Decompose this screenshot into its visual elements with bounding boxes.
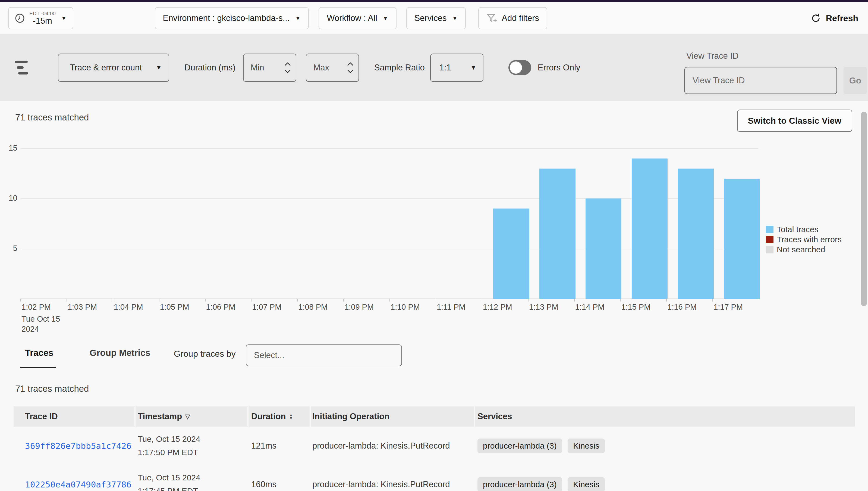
add-filters-button[interactable]: Add filters [478, 7, 547, 29]
x-tick-label: 1:14 PM [574, 302, 620, 334]
legend-swatch-blue [766, 226, 774, 233]
x-tick-label: 1:05 PM [159, 302, 205, 334]
trace-count-bar-chart [20, 148, 758, 299]
stepper-icon[interactable] [284, 62, 291, 73]
service-badge[interactable]: Kinesis [568, 477, 605, 491]
table-row: 102250e4a07490af37786 Tue, Oct 15 2024 1… [13, 465, 856, 491]
chart-bar[interactable] [586, 199, 622, 299]
chart-bar[interactable] [678, 169, 714, 299]
column-header-trace-id[interactable]: Trace ID [13, 406, 134, 427]
sort-descending-icon: ▽ [185, 413, 190, 420]
duration-max-input[interactable]: Max [306, 54, 359, 82]
legend-item-total-traces: Total traces [766, 225, 842, 234]
sample-ratio-label: Sample Ratio [374, 63, 425, 73]
time-range-button[interactable]: EDT -04:00 -15m ▼ [8, 7, 73, 29]
switch-to-classic-view-button[interactable]: Switch to Classic View [737, 110, 852, 132]
trace-id-link[interactable]: 369ff826e7bbb5a1c7426 [25, 441, 131, 451]
trace-id-link[interactable]: 102250e4a07490af37786 [25, 480, 131, 489]
chart-bars [20, 148, 758, 299]
chart-legend: Total traces Traces with errors Not sear… [766, 225, 842, 255]
top-bar: EDT -04:00 -15m ▼ Environment : gkcisco-… [0, 0, 868, 34]
top-accent-border [0, 0, 868, 2]
service-badge[interactable]: producer-lambda (3) [477, 477, 562, 491]
sort-both-icon: ▲▼ [289, 413, 293, 420]
x-tick-label: 1:02 PM [22, 302, 51, 311]
chart-bar[interactable] [539, 169, 576, 299]
chevron-down-icon: ▼ [156, 64, 162, 71]
y-axis-tick-10: 10 [2, 194, 18, 203]
x-tick-label: 1:13 PM [528, 302, 574, 334]
timezone-label: EDT -04:00 [29, 11, 56, 17]
duration-cell: 160ms [248, 480, 310, 489]
legend-swatch-gray [766, 246, 774, 253]
chart-bar[interactable] [724, 179, 760, 299]
service-badge[interactable]: Kinesis [568, 438, 605, 453]
services-filter-button[interactable]: Services ▼ [406, 7, 466, 29]
max-placeholder: Max [313, 63, 330, 73]
chevron-down-icon: ▼ [295, 15, 301, 22]
traces-table: Trace ID Timestamp ▽ Duration ▲▼ Initiat… [13, 406, 856, 491]
vertical-scrollbar[interactable] [861, 112, 867, 306]
y-axis-tick-5: 5 [2, 244, 18, 253]
go-button[interactable]: Go [843, 67, 867, 94]
group-traces-by-label: Group traces by [174, 349, 236, 359]
duration-min-input[interactable]: Min [243, 54, 296, 82]
clock-icon [15, 13, 25, 23]
legend-item-not-searched: Not searched [766, 245, 842, 254]
x-tick-label: 1:10 PM [390, 302, 436, 334]
chevron-down-icon: ▼ [452, 15, 458, 22]
x-axis-labels: 1:02 PM Tue Oct 15 2024 1:03 PM 1:04 PM … [20, 302, 758, 334]
services-cell: producer-lambda (3) Kinesis [475, 438, 855, 453]
refresh-button[interactable]: Refresh [811, 13, 858, 23]
main-content: 71 traces matched Switch to Classic View… [0, 101, 868, 491]
view-trace-id-input[interactable] [684, 67, 837, 94]
service-badge[interactable]: producer-lambda (3) [477, 438, 562, 453]
chart-bar[interactable] [632, 158, 668, 299]
time-range-value: -15m [29, 16, 56, 26]
errors-only-label: Errors Only [538, 63, 580, 73]
metric-type-dropdown[interactable]: Trace & error count ▼ [58, 54, 169, 82]
tab-traces[interactable]: Traces [25, 348, 54, 358]
x-tick-label: 1:06 PM [205, 302, 251, 334]
chevron-down-icon: ▼ [383, 15, 389, 22]
x-tick-label: 1:12 PM [482, 302, 528, 334]
column-header-timestamp[interactable]: Timestamp ▽ [135, 406, 247, 427]
column-header-initiating-operation[interactable]: Initiating Operation [311, 406, 474, 427]
tab-group-metrics[interactable]: Group Metrics [90, 348, 151, 358]
duration-label: Duration (ms) [184, 63, 236, 73]
filter-bar: Trace & error count ▼ Duration (ms) Min … [0, 34, 868, 101]
x-axis-date-line2: 2024 [22, 324, 66, 334]
initiating-operation-cell: producer-lambda: Kinesis.PutRecord [311, 441, 474, 451]
chevron-down-icon: ▼ [61, 15, 67, 22]
x-tick-label: 1:04 PM [113, 302, 159, 334]
trace-waterfall-icon [15, 61, 29, 75]
traces-matched-count: 71 traces matched [15, 112, 89, 123]
select-placeholder: Select... [254, 350, 284, 360]
refresh-label: Refresh [826, 13, 858, 23]
xray-traces-screen: EDT -04:00 -15m ▼ Environment : gkcisco-… [0, 0, 868, 491]
funnel-plus-icon [487, 13, 497, 23]
metric-type-value: Trace & error count [70, 63, 142, 73]
group-traces-by-select[interactable]: Select... [246, 344, 402, 366]
timestamp-cell: Tue, Oct 15 2024 1:17:45 PM EDT [135, 471, 247, 491]
errors-only-toggle[interactable] [508, 60, 531, 75]
x-tick-label: 1:15 PM [620, 302, 666, 334]
column-header-services[interactable]: Services [475, 406, 855, 427]
x-tick-label: 1:09 PM [343, 302, 390, 334]
active-tab-underline [20, 367, 56, 368]
x-tick-label: 1:03 PM [66, 302, 113, 334]
legend-label: Not searched [777, 245, 825, 254]
workflow-filter-button[interactable]: Workflow : All ▼ [318, 7, 396, 29]
min-placeholder: Min [251, 63, 264, 73]
chevron-down-icon: ▼ [471, 64, 476, 71]
sample-ratio-dropdown[interactable]: 1:1 ▼ [430, 54, 484, 82]
traces-matched-count-table: 71 traces matched [15, 384, 89, 394]
column-header-duration[interactable]: Duration ▲▼ [248, 406, 310, 427]
table-row: 369ff826e7bbb5a1c7426 Tue, Oct 15 2024 1… [13, 427, 856, 465]
environment-filter-button[interactable]: Environment : gkcisco-lambda-s... ▼ [155, 7, 309, 29]
chart-bar[interactable] [493, 208, 529, 299]
add-filters-label: Add filters [502, 13, 539, 23]
stepper-icon[interactable] [347, 62, 353, 73]
services-cell: producer-lambda (3) Kinesis [475, 477, 855, 491]
initiating-operation-cell: producer-lambda: Kinesis.PutRecord [311, 480, 474, 489]
